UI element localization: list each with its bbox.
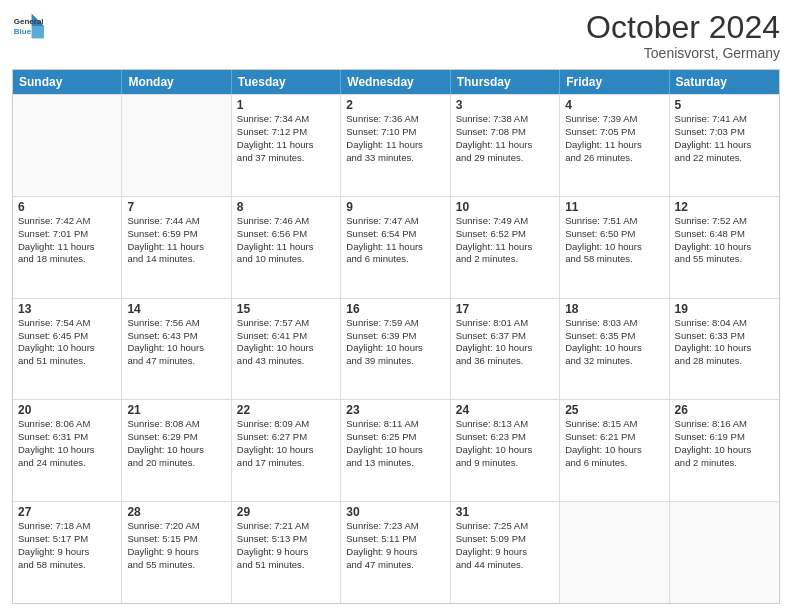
day-number: 18 <box>565 302 663 316</box>
day-number: 4 <box>565 98 663 112</box>
day-number: 10 <box>456 200 554 214</box>
day-info: Sunrise: 8:16 AM Sunset: 6:19 PM Dayligh… <box>675 418 774 469</box>
day-number: 15 <box>237 302 335 316</box>
weekday-header: Wednesday <box>341 70 450 94</box>
calendar-cell: 16Sunrise: 7:59 AM Sunset: 6:39 PM Dayli… <box>341 299 450 400</box>
weekday-header: Thursday <box>451 70 560 94</box>
day-number: 12 <box>675 200 774 214</box>
calendar-cell: 2Sunrise: 7:36 AM Sunset: 7:10 PM Daylig… <box>341 95 450 196</box>
day-info: Sunrise: 8:11 AM Sunset: 6:25 PM Dayligh… <box>346 418 444 469</box>
calendar-cell: 21Sunrise: 8:08 AM Sunset: 6:29 PM Dayli… <box>122 400 231 501</box>
day-number: 17 <box>456 302 554 316</box>
calendar-cell: 10Sunrise: 7:49 AM Sunset: 6:52 PM Dayli… <box>451 197 560 298</box>
calendar-body: 1Sunrise: 7:34 AM Sunset: 7:12 PM Daylig… <box>13 94 779 603</box>
calendar-cell: 4Sunrise: 7:39 AM Sunset: 7:05 PM Daylig… <box>560 95 669 196</box>
calendar-cell: 12Sunrise: 7:52 AM Sunset: 6:48 PM Dayli… <box>670 197 779 298</box>
calendar-cell: 23Sunrise: 8:11 AM Sunset: 6:25 PM Dayli… <box>341 400 450 501</box>
day-info: Sunrise: 8:03 AM Sunset: 6:35 PM Dayligh… <box>565 317 663 368</box>
calendar-cell: 11Sunrise: 7:51 AM Sunset: 6:50 PM Dayli… <box>560 197 669 298</box>
calendar-cell <box>670 502 779 603</box>
day-number: 9 <box>346 200 444 214</box>
day-info: Sunrise: 7:20 AM Sunset: 5:15 PM Dayligh… <box>127 520 225 571</box>
day-number: 27 <box>18 505 116 519</box>
day-info: Sunrise: 7:51 AM Sunset: 6:50 PM Dayligh… <box>565 215 663 266</box>
day-number: 24 <box>456 403 554 417</box>
calendar-header: SundayMondayTuesdayWednesdayThursdayFrid… <box>13 70 779 94</box>
day-number: 21 <box>127 403 225 417</box>
calendar-cell: 24Sunrise: 8:13 AM Sunset: 6:23 PM Dayli… <box>451 400 560 501</box>
day-number: 3 <box>456 98 554 112</box>
calendar-cell: 26Sunrise: 8:16 AM Sunset: 6:19 PM Dayli… <box>670 400 779 501</box>
day-number: 29 <box>237 505 335 519</box>
calendar-row: 20Sunrise: 8:06 AM Sunset: 6:31 PM Dayli… <box>13 399 779 501</box>
calendar-row: 27Sunrise: 7:18 AM Sunset: 5:17 PM Dayli… <box>13 501 779 603</box>
calendar-cell: 30Sunrise: 7:23 AM Sunset: 5:11 PM Dayli… <box>341 502 450 603</box>
day-info: Sunrise: 7:54 AM Sunset: 6:45 PM Dayligh… <box>18 317 116 368</box>
day-number: 5 <box>675 98 774 112</box>
day-info: Sunrise: 7:47 AM Sunset: 6:54 PM Dayligh… <box>346 215 444 266</box>
logo: General Blue <box>12 10 44 42</box>
day-number: 2 <box>346 98 444 112</box>
calendar-cell: 7Sunrise: 7:44 AM Sunset: 6:59 PM Daylig… <box>122 197 231 298</box>
weekday-header: Sunday <box>13 70 122 94</box>
weekday-header: Monday <box>122 70 231 94</box>
day-number: 6 <box>18 200 116 214</box>
title-block: October 2024 Toenisvorst, Germany <box>586 10 780 61</box>
day-number: 1 <box>237 98 335 112</box>
calendar-cell: 20Sunrise: 8:06 AM Sunset: 6:31 PM Dayli… <box>13 400 122 501</box>
day-info: Sunrise: 7:57 AM Sunset: 6:41 PM Dayligh… <box>237 317 335 368</box>
calendar-cell: 28Sunrise: 7:20 AM Sunset: 5:15 PM Dayli… <box>122 502 231 603</box>
calendar-cell: 8Sunrise: 7:46 AM Sunset: 6:56 PM Daylig… <box>232 197 341 298</box>
calendar-cell: 5Sunrise: 7:41 AM Sunset: 7:03 PM Daylig… <box>670 95 779 196</box>
calendar-cell: 15Sunrise: 7:57 AM Sunset: 6:41 PM Dayli… <box>232 299 341 400</box>
day-number: 26 <box>675 403 774 417</box>
day-number: 31 <box>456 505 554 519</box>
header: General Blue October 2024 Toenisvorst, G… <box>12 10 780 61</box>
calendar-cell: 19Sunrise: 8:04 AM Sunset: 6:33 PM Dayli… <box>670 299 779 400</box>
svg-text:General: General <box>14 17 44 26</box>
day-number: 28 <box>127 505 225 519</box>
calendar-cell <box>13 95 122 196</box>
day-info: Sunrise: 7:34 AM Sunset: 7:12 PM Dayligh… <box>237 113 335 164</box>
calendar-cell: 31Sunrise: 7:25 AM Sunset: 5:09 PM Dayli… <box>451 502 560 603</box>
svg-text:Blue: Blue <box>14 27 32 36</box>
calendar-cell: 17Sunrise: 8:01 AM Sunset: 6:37 PM Dayli… <box>451 299 560 400</box>
day-info: Sunrise: 8:06 AM Sunset: 6:31 PM Dayligh… <box>18 418 116 469</box>
calendar-cell: 25Sunrise: 8:15 AM Sunset: 6:21 PM Dayli… <box>560 400 669 501</box>
day-info: Sunrise: 8:08 AM Sunset: 6:29 PM Dayligh… <box>127 418 225 469</box>
calendar-row: 13Sunrise: 7:54 AM Sunset: 6:45 PM Dayli… <box>13 298 779 400</box>
day-number: 16 <box>346 302 444 316</box>
day-number: 19 <box>675 302 774 316</box>
calendar-row: 1Sunrise: 7:34 AM Sunset: 7:12 PM Daylig… <box>13 94 779 196</box>
day-number: 14 <box>127 302 225 316</box>
day-info: Sunrise: 7:41 AM Sunset: 7:03 PM Dayligh… <box>675 113 774 164</box>
day-number: 22 <box>237 403 335 417</box>
day-number: 30 <box>346 505 444 519</box>
month-title: October 2024 <box>586 10 780 45</box>
day-info: Sunrise: 7:38 AM Sunset: 7:08 PM Dayligh… <box>456 113 554 164</box>
day-info: Sunrise: 7:25 AM Sunset: 5:09 PM Dayligh… <box>456 520 554 571</box>
day-number: 11 <box>565 200 663 214</box>
day-info: Sunrise: 7:23 AM Sunset: 5:11 PM Dayligh… <box>346 520 444 571</box>
calendar-cell: 14Sunrise: 7:56 AM Sunset: 6:43 PM Dayli… <box>122 299 231 400</box>
day-number: 25 <box>565 403 663 417</box>
calendar-cell: 22Sunrise: 8:09 AM Sunset: 6:27 PM Dayli… <box>232 400 341 501</box>
calendar-cell: 18Sunrise: 8:03 AM Sunset: 6:35 PM Dayli… <box>560 299 669 400</box>
day-number: 8 <box>237 200 335 214</box>
day-info: Sunrise: 7:39 AM Sunset: 7:05 PM Dayligh… <box>565 113 663 164</box>
weekday-header: Saturday <box>670 70 779 94</box>
svg-marker-2 <box>32 26 44 38</box>
calendar-cell: 3Sunrise: 7:38 AM Sunset: 7:08 PM Daylig… <box>451 95 560 196</box>
day-info: Sunrise: 7:49 AM Sunset: 6:52 PM Dayligh… <box>456 215 554 266</box>
calendar-cell <box>122 95 231 196</box>
day-info: Sunrise: 7:42 AM Sunset: 7:01 PM Dayligh… <box>18 215 116 266</box>
day-number: 20 <box>18 403 116 417</box>
day-number: 13 <box>18 302 116 316</box>
day-info: Sunrise: 7:18 AM Sunset: 5:17 PM Dayligh… <box>18 520 116 571</box>
calendar-cell: 27Sunrise: 7:18 AM Sunset: 5:17 PM Dayli… <box>13 502 122 603</box>
day-number: 23 <box>346 403 444 417</box>
calendar-cell: 6Sunrise: 7:42 AM Sunset: 7:01 PM Daylig… <box>13 197 122 298</box>
day-info: Sunrise: 7:46 AM Sunset: 6:56 PM Dayligh… <box>237 215 335 266</box>
weekday-header: Tuesday <box>232 70 341 94</box>
day-info: Sunrise: 8:15 AM Sunset: 6:21 PM Dayligh… <box>565 418 663 469</box>
